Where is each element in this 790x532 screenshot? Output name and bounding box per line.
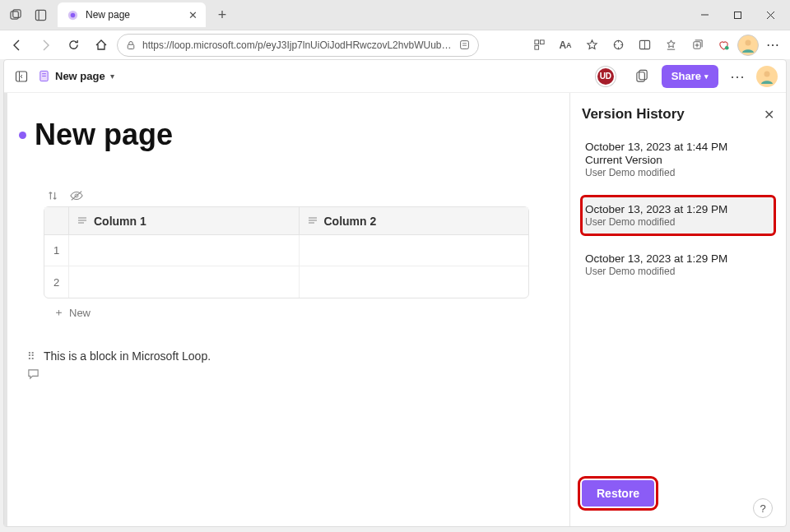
sidebar-toggle-icon[interactable] <box>12 67 30 86</box>
table-header-row: Column 1 Column 2 <box>44 207 528 235</box>
svg-rect-11 <box>461 41 469 49</box>
add-row-label: New <box>69 307 91 319</box>
column-label: Column 1 <box>94 215 146 228</box>
vertical-tabs-icon[interactable] <box>30 4 51 25</box>
table-toolbar <box>47 190 561 201</box>
text-column-icon <box>308 216 318 226</box>
close-icon[interactable]: ✕ <box>188 9 198 21</box>
new-tab-button[interactable]: + <box>211 7 234 24</box>
page-breadcrumb[interactable]: New page ▾ <box>37 70 114 83</box>
presence-avatar[interactable]: UD <box>596 67 616 86</box>
text-column-icon <box>77 216 87 226</box>
panel-header: Version History ✕ <box>582 106 774 123</box>
svg-rect-10 <box>128 44 134 49</box>
user-avatar[interactable] <box>756 66 778 87</box>
row-number-header <box>44 207 69 234</box>
svg-point-22 <box>724 46 728 50</box>
table-cell[interactable] <box>300 266 529 298</box>
loop-app-icon <box>66 8 79 21</box>
tab-actions-icon[interactable] <box>5 4 26 25</box>
page-icon <box>37 70 50 83</box>
collections-icon[interactable] <box>685 33 709 58</box>
extensions-icon[interactable] <box>527 33 551 58</box>
split-screen-icon[interactable] <box>632 33 657 58</box>
table-cell[interactable] <box>69 266 300 298</box>
url-field[interactable]: https://loop.microsoft.com/p/eyJ3Ijp7lnU… <box>117 34 479 57</box>
url-text: https://loop.microsoft.com/p/eyJ3Ijp7lnU… <box>142 39 453 51</box>
page-canvas[interactable]: New page Column 1 <box>4 93 570 526</box>
text-size-icon[interactable]: AA <box>553 33 578 58</box>
sort-icon[interactable] <box>47 190 58 201</box>
browser-tab[interactable]: New page ✕ <box>58 2 206 27</box>
table-row[interactable]: 2 <box>44 266 528 298</box>
panel-title: Version History <box>582 106 685 123</box>
plus-icon: ＋ <box>53 305 64 320</box>
version-modified-by: User Demo modified <box>585 266 771 277</box>
restore-button[interactable]: Restore <box>582 480 654 507</box>
copy-component-icon[interactable] <box>632 66 653 87</box>
svg-rect-30 <box>639 70 647 79</box>
svg-rect-29 <box>637 72 644 81</box>
back-button[interactable] <box>5 33 30 58</box>
more-menu-icon[interactable]: ⋯ <box>760 33 785 58</box>
svg-rect-7 <box>734 12 741 18</box>
app-toolbar: New page ▾ UD Share ▾ ⋯ <box>4 60 786 93</box>
svg-point-31 <box>764 71 770 76</box>
row-number: 1 <box>44 235 69 266</box>
version-item[interactable]: October 13, 2023 at 1:44 PM Current Vers… <box>582 134 774 185</box>
share-button[interactable]: Share ▾ <box>662 65 718 88</box>
version-modified-by: User Demo modified <box>585 216 771 228</box>
favorites-bar-icon[interactable] <box>658 33 683 58</box>
maximize-button[interactable] <box>721 2 754 27</box>
page-title[interactable]: New page <box>35 118 173 152</box>
svg-point-5 <box>70 12 75 17</box>
svg-point-23 <box>746 39 751 45</box>
version-modified-by: User Demo modified <box>585 167 771 178</box>
lock-icon <box>126 40 136 50</box>
breadcrumb-label: New page <box>55 70 105 82</box>
reader-icon[interactable] <box>459 39 470 50</box>
block-text[interactable]: This is a block in Microsoft Loop. <box>44 349 211 363</box>
tab-title: New page <box>86 9 182 21</box>
row-number: 2 <box>44 266 69 298</box>
version-timestamp: October 13, 2023 at 1:29 PM <box>585 203 771 215</box>
content-area: New page Column 1 <box>4 93 786 526</box>
version-item-selected[interactable]: October 13, 2023 at 1:29 PM User Demo mo… <box>582 197 774 234</box>
close-panel-icon[interactable]: ✕ <box>764 107 774 123</box>
more-options-icon[interactable]: ⋯ <box>727 66 748 87</box>
version-current-label: Current Version <box>585 154 771 166</box>
favorite-icon[interactable] <box>579 33 604 58</box>
address-bar: https://loop.microsoft.com/p/eyJ3Ijp7lnU… <box>0 30 790 59</box>
forward-button <box>33 33 58 58</box>
svg-rect-15 <box>540 40 544 44</box>
close-window-button[interactable] <box>754 2 787 27</box>
chevron-down-icon: ▾ <box>704 72 709 81</box>
profile-avatar[interactable] <box>737 35 759 56</box>
minimize-button[interactable] <box>688 2 721 27</box>
refresh-button[interactable] <box>61 33 86 58</box>
visibility-off-icon[interactable] <box>70 190 83 201</box>
health-icon[interactable] <box>711 33 736 58</box>
drag-handle-icon[interactable]: ⠿ <box>27 350 35 363</box>
table-cell[interactable] <box>69 235 300 266</box>
loop-app: New page ▾ UD Share ▾ ⋯ New page <box>3 59 787 527</box>
chevron-down-icon: ▾ <box>110 72 114 81</box>
window-controls <box>688 2 787 27</box>
data-table[interactable]: Column 1 Column 2 1 2 <box>44 206 529 298</box>
version-item[interactable]: October 13, 2023 at 1:29 PM User Demo mo… <box>582 246 774 284</box>
title-bar: New page ✕ + <box>0 0 790 30</box>
add-row-button[interactable]: ＋ New <box>53 305 561 320</box>
version-timestamp: October 13, 2023 at 1:44 PM <box>585 141 771 153</box>
svg-rect-16 <box>534 45 538 49</box>
text-block[interactable]: ⠿ This is a block in Microsoft Loop. <box>27 349 561 363</box>
column-header[interactable]: Column 2 <box>300 207 529 234</box>
extensions-menu-icon[interactable] <box>606 33 630 58</box>
column-header[interactable]: Column 1 <box>69 207 300 234</box>
table-cell[interactable] <box>300 235 529 266</box>
home-button[interactable] <box>89 33 114 58</box>
comment-icon[interactable] <box>27 368 561 380</box>
table-row[interactable]: 1 <box>44 235 528 266</box>
svg-rect-24 <box>16 72 27 81</box>
column-label: Column 2 <box>324 215 377 228</box>
help-button[interactable]: ? <box>753 498 773 518</box>
